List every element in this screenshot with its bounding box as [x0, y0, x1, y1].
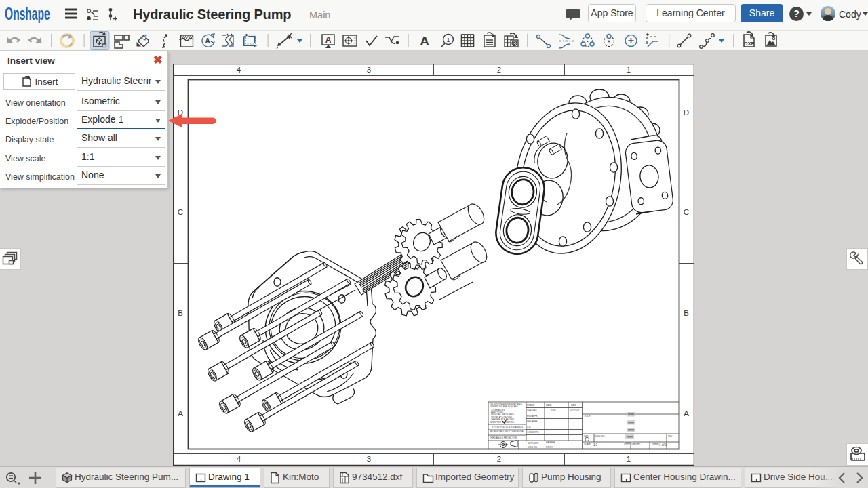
svg-text:1: 1 [446, 37, 450, 43]
svg-text:2: 2 [497, 66, 501, 74]
svg-text:A: A [326, 35, 332, 45]
svg-text:C: C [585, 436, 589, 443]
svg-text:NAME: NAME [546, 404, 552, 407]
svg-text:SCALE:: SCALE: [584, 443, 591, 445]
svg-text:1:1: 1:1 [593, 443, 598, 447]
svg-text:DO NOT SCALE DRAWING: DO NOT SCALE DRAWING [492, 426, 523, 429]
svg-text:1 of 1: 1 of 1 [659, 443, 667, 447]
svg-text:Q.A.: Q.A. [527, 426, 531, 428]
svg-text:A: A [684, 409, 689, 418]
svg-text:COMMENTS:: COMMENTS: [527, 431, 539, 434]
svg-text:CHECKED: CHECKED [527, 409, 538, 412]
svg-text:WEIGHT:: WEIGHT: [632, 443, 641, 445]
svg-text:A: A [420, 34, 429, 48]
svg-text:TITLE:: TITLE: [584, 415, 591, 418]
svg-text:MFG APPR.: MFG APPR. [527, 420, 538, 423]
svg-text:4: 4 [237, 66, 241, 74]
svg-text:DIMENSIONS ARE IN INCHES: DIMENSIONS ARE IN INCHES [490, 405, 518, 408]
svg-text:1: 1 [627, 455, 631, 463]
svg-text:REV: REV [668, 435, 672, 438]
svg-text:C: C [178, 208, 183, 216]
svg-text:B: B [684, 309, 689, 317]
svg-text:FINISH: FINISH [546, 446, 553, 449]
svg-text:DRAWN: DRAWN [527, 404, 534, 407]
svg-text:INTERPRET GEOMETRIC: INTERPRET GEOMETRIC [490, 421, 515, 424]
svg-text:DSN: DSN [551, 409, 555, 412]
svg-text:2: 2 [497, 455, 501, 463]
svg-text:6/23/2007: 6/23/2007 [570, 409, 580, 412]
svg-text:C: C [684, 208, 689, 216]
svg-text:3: 3 [367, 66, 371, 74]
svg-text:ENG APPR.: ENG APPR. [527, 415, 538, 418]
svg-text:1: 1 [627, 66, 631, 74]
svg-text:A: A [178, 409, 183, 418]
svg-text:D: D [684, 108, 689, 117]
svg-text:DWG. NO.: DWG. NO. [595, 435, 605, 438]
svg-text:NEXT ASSY: NEXT ASSY [528, 442, 539, 445]
svg-text:DATE: DATE [571, 404, 576, 407]
svg-text:MATERIAL: MATERIAL [546, 441, 556, 444]
svg-text:SHEET: SHEET [652, 443, 659, 445]
svg-text:THIRD ANGLE PROJECTION: THIRD ANGLE PROJECTION [490, 436, 517, 439]
svg-text:B: B [178, 309, 183, 317]
svg-text:DXF: DXF [744, 41, 754, 47]
svg-text:4: 4 [237, 455, 241, 463]
svg-text:3: 3 [367, 455, 371, 463]
svg-text:USED ON: USED ON [528, 446, 537, 449]
svg-text:A: A [205, 37, 210, 45]
svg-text:PROPRIETARY AND CONFIDENTIAL: PROPRIETARY AND CONFIDENTIAL [490, 430, 524, 433]
